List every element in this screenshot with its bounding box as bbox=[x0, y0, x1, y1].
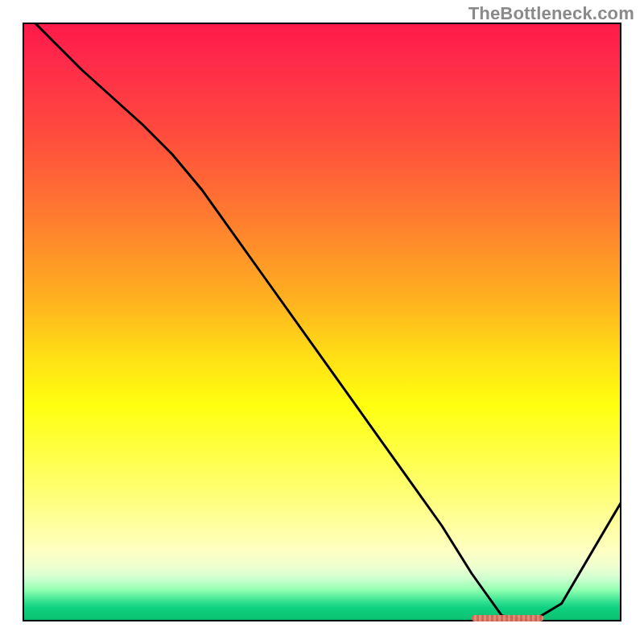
plot-area bbox=[23, 23, 621, 621]
optimal-range-marker bbox=[472, 615, 543, 621]
chart-container: TheBottleneck.com bbox=[0, 0, 644, 644]
heatmap-gradient bbox=[23, 23, 621, 621]
watermark-text: TheBottleneck.com bbox=[469, 3, 634, 24]
